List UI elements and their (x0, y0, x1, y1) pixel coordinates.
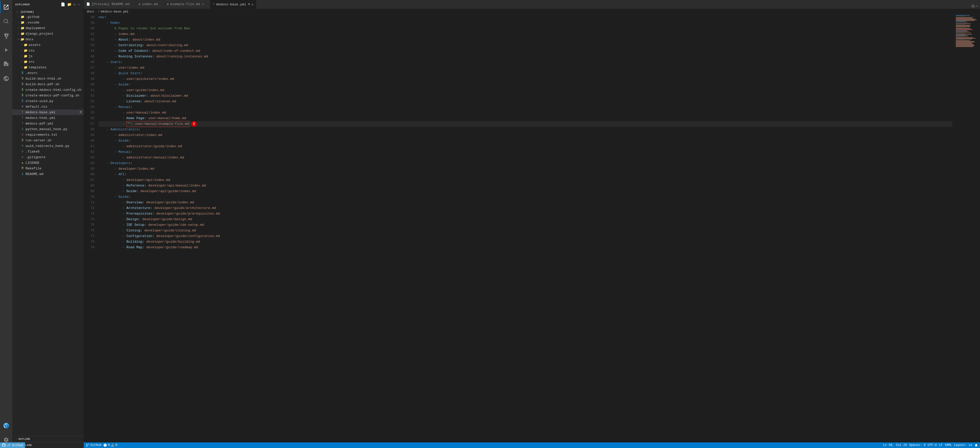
breadcrumb-docs[interactable]: docs (87, 10, 94, 14)
code-line-59: - administrator/index.md (99, 132, 953, 138)
tree-item-gitignore[interactable]: › ⊙ .gitignore (12, 154, 83, 160)
create-html-label: create-mkdocs-html-config.sh (25, 88, 81, 92)
mkdocs-base-tab-badge: M (248, 3, 250, 6)
status-encoding[interactable]: UTF-8 (928, 443, 937, 447)
license-icon: ★ (21, 161, 24, 165)
docs-label: docs (25, 38, 33, 41)
tree-item-create-pdf[interactable]: › $ create-mkdocs-pdf-config.sh (12, 93, 83, 98)
collapse-all-btn[interactable]: ⋯ (77, 2, 80, 7)
tab-mkdocs-base[interactable]: ! mkdocs-base.yml M ✕ (210, 0, 256, 9)
build-pdf-label: build-docs-pdf.sh (25, 83, 59, 86)
docs-folder-icon: 📂 (21, 37, 24, 41)
github-status-item[interactable]: ⎇ GitHub (0, 442, 25, 448)
file-tree: ▾ [GITHUB] › 📁 .github › 📁 .vscode › 📁 d… (12, 9, 83, 436)
code-line-50: - Guide: (99, 82, 953, 87)
tree-item-create-uuid[interactable]: › $ create-uuid.py (12, 98, 83, 104)
tree-item-uuid-hook[interactable]: › ≡ uuid_redirects_hook.py (12, 143, 83, 149)
activity-bar-remote[interactable] (0, 73, 12, 85)
activity-bar-explorer[interactable] (0, 1, 12, 13)
requirements-icon: ≡ (21, 133, 24, 137)
tree-item-mkdocs-html[interactable]: › ! mkdocs-html.yml (12, 115, 83, 121)
status-notifications[interactable] (974, 443, 978, 447)
tree-item-mkdocs-pdf[interactable]: › ! mkdocs-pdf.yml (12, 121, 83, 126)
default-nix-label: default.nix (25, 105, 48, 109)
tab-example-file[interactable]: ● example-file.md A ✕ (164, 0, 210, 9)
readme-icon: ℹ (21, 172, 24, 176)
github-chevron: › (16, 16, 21, 18)
vscode-label: .vscode (25, 21, 40, 24)
tree-item-templates[interactable]: › 📁 templates (12, 65, 83, 70)
new-file-btn[interactable]: 📄 (60, 2, 65, 7)
tab-index-md[interactable]: ● index.md ✕ (136, 0, 164, 9)
tree-item-github[interactable]: › 📁 .github (12, 14, 83, 20)
uuid-hook-label: uuid_redirects_hook.py (25, 144, 69, 148)
flake8-label: .flake8 (25, 150, 40, 154)
activity-bar-run[interactable] (0, 44, 12, 56)
tree-item-css[interactable]: › 📁 css (12, 48, 83, 53)
flake8-icon: ≡ (21, 149, 24, 154)
status-language[interactable]: YAML (945, 443, 952, 447)
default-nix-icon: ≡ (21, 105, 24, 109)
refresh-btn[interactable]: ↻ (73, 2, 76, 7)
activity-bar-extensions[interactable] (0, 58, 12, 70)
status-git-branch[interactable]: GitHub (86, 443, 101, 447)
mkdocs-base-badge: M (80, 111, 81, 114)
code-line-71: - Overview: developer/guide/index.md (99, 200, 953, 205)
tree-item-requirements[interactable]: › ≡ requirements.txt (12, 132, 83, 138)
github-label: .github (25, 15, 40, 19)
breadcrumb-file[interactable]: mkdocs-base.yml (101, 10, 128, 14)
tree-item-run-server[interactable]: › $ run-server.sh (12, 138, 83, 143)
tree-item-envrc[interactable]: › $ .envrc (12, 70, 83, 76)
outline-chevron: › (14, 437, 18, 440)
status-errors[interactable]: 0 0 (103, 443, 117, 447)
tree-item-assets[interactable]: › 📁 assets (12, 42, 83, 48)
tree-item-license[interactable]: › ★ LICENSE (12, 160, 83, 165)
sidebar: EXPLORER 📄 📁 ↻ ⋯ ▾ [GITHUB] › 📁 .github (12, 0, 84, 448)
more-actions-btn[interactable]: ⋯ (975, 3, 978, 9)
tree-item-mkdocs-base[interactable]: › ! mkdocs-base.yml M (12, 110, 83, 115)
activity-bar-source-control[interactable] (0, 30, 12, 42)
code-line-45: - Running Instances: about/running-insta… (99, 54, 953, 59)
tree-item-flake8[interactable]: › ≡ .flake8 (12, 149, 83, 154)
activity-bar-search[interactable] (0, 15, 12, 27)
tree-item-js[interactable]: › 📁 js (12, 53, 83, 59)
root-folder[interactable]: ▾ [GITHUB] (12, 9, 83, 14)
tab-mkdocs-base-close[interactable]: ✕ (251, 2, 253, 6)
code-line-62: - Manual: (99, 149, 953, 155)
activity-bar-accounts[interactable]: 2 (0, 419, 12, 432)
tab-preview-readme[interactable]: 📄 [Preview] README.md ✕ (84, 0, 136, 9)
code-line-43: - Contributing: about/contributing.md (99, 43, 953, 48)
new-folder-btn[interactable]: 📁 (67, 2, 72, 7)
status-spaces[interactable]: Spaces: 8 (909, 443, 926, 447)
js-label: js (29, 54, 33, 58)
status-layout[interactable]: Layout: us (954, 443, 972, 447)
git-branch-label: GitHub (90, 443, 101, 447)
code-line-60: - Guide: (99, 138, 953, 144)
tree-item-default-nix[interactable]: › ≡ default.nix (12, 104, 83, 110)
tree-item-docs[interactable]: ▾ 📂 docs (12, 37, 83, 42)
tree-item-build-pdf[interactable]: › $ build-docs-pdf.sh (12, 81, 83, 87)
explorer-title: EXPLORER (15, 3, 30, 6)
split-editor-btn[interactable]: ⧉ (972, 4, 974, 9)
tree-item-readme[interactable]: › ℹ README.md (12, 171, 83, 177)
tree-item-vscode[interactable]: › 📁 .vscode (12, 20, 83, 25)
status-position[interactable]: Ln 58, Col 26 (883, 443, 907, 447)
mkdocs-pdf-label: mkdocs-pdf.yml (25, 122, 53, 126)
outline-label: OUTLINE (18, 437, 30, 441)
tree-item-create-html[interactable]: › $ create-mkdocs-html-config.sh (12, 87, 83, 93)
status-right: Ln 58, Col 26 Spaces: 8 UTF-8 LF YAML La… (883, 443, 978, 447)
line-ending-label: LF (939, 443, 942, 447)
code-editor[interactable]: nav: - Home: # Pages to render but exclu… (97, 14, 955, 442)
tree-item-django[interactable]: › 📁 django_project (12, 31, 83, 37)
tree-item-src[interactable]: › 📁 src (12, 59, 83, 65)
tree-item-makefile[interactable]: › M Makefile (12, 165, 83, 171)
create-html-icon: $ (21, 88, 24, 92)
js-chevron: › (19, 55, 24, 58)
tree-item-build-html[interactable]: › $ build-docs-html.sh (12, 76, 83, 81)
root-chevron: ▾ (15, 11, 19, 14)
tree-item-python-hook[interactable]: › ≡ python_manual_hook.py (12, 126, 83, 132)
tab-mkdocs-base-label: mkdocs-base.yml (216, 3, 246, 6)
tree-item-deployment[interactable]: › 📁 deployment (12, 25, 83, 31)
outline-section[interactable]: › OUTLINE (12, 436, 83, 442)
status-line-ending[interactable]: LF (939, 443, 942, 447)
